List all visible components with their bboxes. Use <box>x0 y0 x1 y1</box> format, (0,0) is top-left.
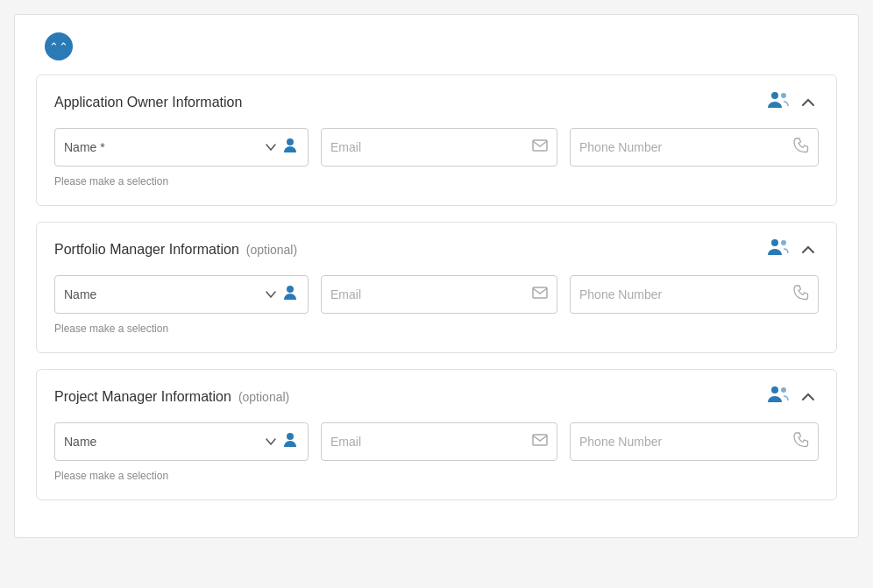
card-header-application-owner: Application Owner Information <box>54 89 819 116</box>
name-field-application-owner: Name * Please ma <box>54 128 309 188</box>
name-helper-text: Please make a selection <box>54 470 309 482</box>
card-optional-label: (optional) <box>246 243 297 257</box>
name-dropdown-label: Name * <box>64 140 260 154</box>
name-dropdown-portfolio-manager[interactable]: Name <box>54 275 309 314</box>
svg-point-6 <box>287 286 294 293</box>
cards-container: Application Owner Information <box>36 74 837 500</box>
person-group-icon <box>766 237 789 263</box>
phone-input-wrapper-application-owner <box>570 128 819 166</box>
mail-icon <box>532 139 548 155</box>
phone-field-application-owner <box>570 128 819 188</box>
phone-input-wrapper-project-manager <box>570 422 819 461</box>
email-input-wrapper-application-owner <box>321 128 557 166</box>
card-title-text: Application Owner Information <box>54 95 242 110</box>
phone-input-application-owner[interactable] <box>579 140 788 154</box>
card-header-project-manager: Project Manager Information (optional) <box>54 384 819 410</box>
form-row-portfolio-manager: Name Please make <box>54 275 819 335</box>
card-title-text: Portfolio Manager Information <box>54 242 239 258</box>
card-header-portfolio-manager: Portfolio Manager Information (optional) <box>54 237 819 263</box>
card-collapse-button-application-owner[interactable] <box>798 91 819 114</box>
mail-icon <box>532 287 548 302</box>
phone-icon <box>793 432 809 451</box>
personnel-collapse-button[interactable]: ⌃⌃ <box>45 32 73 60</box>
svg-point-8 <box>771 386 778 393</box>
email-input-application-owner[interactable] <box>330 140 527 154</box>
card-portfolio-manager: Portfolio Manager Information (optional) <box>36 222 837 353</box>
name-field-portfolio-manager: Name Please make <box>54 275 309 335</box>
phone-icon <box>793 138 809 157</box>
user-icon <box>281 284 299 306</box>
card-application-owner: Application Owner Information <box>36 74 837 206</box>
dropdown-arrow-icon <box>266 436 276 448</box>
svg-point-1 <box>781 93 786 98</box>
dropdown-arrow-icon <box>266 288 276 301</box>
phone-field-project-manager <box>570 422 819 482</box>
svg-point-5 <box>781 240 786 245</box>
svg-point-0 <box>771 92 778 99</box>
mail-icon <box>532 434 548 450</box>
dropdown-arrow-icon <box>266 141 276 153</box>
card-actions-portfolio-manager <box>766 237 819 263</box>
svg-point-2 <box>287 138 294 145</box>
page-container: ⌃⌃ Application Owner Information <box>14 14 859 538</box>
section-header: ⌃⌃ <box>36 32 837 60</box>
card-title-text: Project Manager Information <box>54 389 231 405</box>
name-dropdown-label: Name <box>64 435 260 449</box>
email-field-application-owner <box>321 128 557 188</box>
person-group-icon <box>766 384 789 410</box>
card-collapse-button-portfolio-manager[interactable] <box>798 238 819 261</box>
name-helper-text: Please make a selection <box>54 322 309 335</box>
card-actions-project-manager <box>766 384 819 410</box>
phone-field-portfolio-manager <box>570 275 819 335</box>
name-dropdown-project-manager[interactable]: Name <box>54 422 309 461</box>
email-field-portfolio-manager <box>321 275 557 335</box>
card-project-manager: Project Manager Information (optional) <box>36 369 837 500</box>
name-dropdown-label: Name <box>64 287 260 301</box>
svg-point-10 <box>287 433 294 440</box>
card-optional-label: (optional) <box>238 390 289 404</box>
card-title-portfolio-manager: Portfolio Manager Information (optional) <box>54 242 297 258</box>
card-title-project-manager: Project Manager Information (optional) <box>54 389 289 405</box>
email-field-project-manager <box>321 422 557 482</box>
name-dropdown-application-owner[interactable]: Name * <box>54 128 309 166</box>
form-row-application-owner: Name * Please ma <box>54 128 819 188</box>
svg-rect-11 <box>533 435 547 445</box>
chevron-up-icon: ⌃⌃ <box>49 40 68 53</box>
card-actions-application-owner <box>766 89 819 116</box>
name-helper-text: Please make a selection <box>54 175 309 188</box>
person-group-icon <box>766 89 789 116</box>
email-input-portfolio-manager[interactable] <box>330 287 527 301</box>
phone-icon <box>793 285 809 304</box>
svg-rect-7 <box>533 287 547 298</box>
form-row-project-manager: Name Please make <box>54 422 819 482</box>
email-input-project-manager[interactable] <box>330 435 527 449</box>
name-field-project-manager: Name Please make <box>54 422 309 482</box>
user-icon <box>281 137 299 159</box>
email-input-wrapper-project-manager <box>321 422 557 461</box>
user-icon <box>281 431 299 453</box>
svg-point-9 <box>781 387 786 393</box>
svg-point-4 <box>771 239 778 246</box>
svg-rect-3 <box>533 140 547 151</box>
card-collapse-button-project-manager[interactable] <box>798 386 819 408</box>
phone-input-portfolio-manager[interactable] <box>579 287 788 301</box>
card-title-application-owner: Application Owner Information <box>54 95 242 110</box>
phone-input-wrapper-portfolio-manager <box>570 275 819 314</box>
phone-input-project-manager[interactable] <box>579 435 788 449</box>
email-input-wrapper-portfolio-manager <box>321 275 557 314</box>
